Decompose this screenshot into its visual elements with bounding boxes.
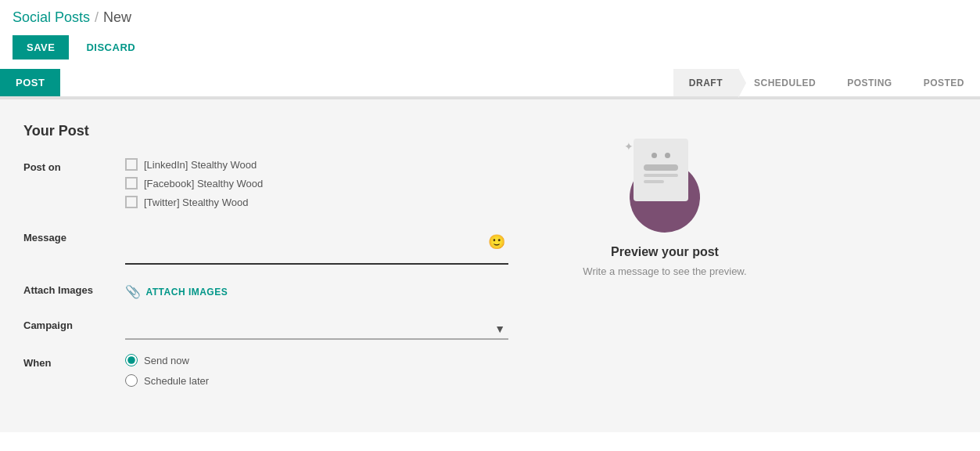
preview-subtitle: Write a message to see the preview.	[583, 265, 746, 277]
form-section: Your Post Post on [LinkedIn] Stealthy Wo…	[23, 123, 508, 409]
send-now-radio[interactable]	[125, 354, 138, 366]
breadcrumb-current: New	[103, 9, 131, 26]
attach-images-label: Attach Images	[23, 281, 125, 302]
content-wrapper: Your Post Post on [LinkedIn] Stealthy Wo…	[23, 123, 957, 409]
preview-icon-wrapper: ✦	[618, 139, 712, 233]
tab-draft[interactable]: DRAFT	[673, 69, 738, 96]
preview-doc-lines	[644, 174, 678, 183]
send-now-option[interactable]: Send now	[125, 354, 508, 366]
campaign-label: Campaign	[23, 316, 125, 340]
schedule-later-option[interactable]: Schedule later	[125, 374, 508, 387]
attach-images-fields: 📎 ATTACH IMAGES	[125, 281, 508, 302]
send-now-label: Send now	[144, 355, 189, 366]
message-input-wrapper: 🙂	[125, 229, 508, 267]
breadcrumb: Social Posts / New	[13, 9, 967, 26]
when-row: When Send now Schedule later	[23, 354, 508, 395]
tab-posting[interactable]: POSTING	[831, 69, 908, 96]
twitter-label: [Twitter] Stealthy Wood	[144, 197, 248, 208]
preview-title: Preview your post	[611, 245, 719, 259]
attach-btn-label: ATTACH IMAGES	[146, 287, 228, 298]
breadcrumb-separator: /	[95, 9, 99, 26]
preview-illustration: ✦	[618, 139, 712, 233]
platform-linkedin[interactable]: [LinkedIn] Stealthy Wood	[125, 158, 508, 171]
sparkle-icon: ✦	[624, 140, 634, 153]
main-content: Your Post Post on [LinkedIn] Stealthy Wo…	[0, 99, 980, 432]
discard-button[interactable]: DISCARD	[75, 35, 146, 60]
tab-posted[interactable]: POSTED	[908, 69, 980, 96]
preview-line-2	[644, 180, 664, 183]
schedule-later-radio[interactable]	[125, 374, 138, 387]
twitter-checkbox[interactable]	[125, 196, 138, 208]
section-title: Your Post	[23, 123, 508, 139]
preview-doc	[634, 139, 688, 201]
campaign-select-wrapper: ▼	[125, 316, 508, 340]
preview-eye-left	[652, 153, 657, 158]
post-on-fields: [LinkedIn] Stealthy Wood [Facebook] Stea…	[125, 158, 508, 215]
facebook-label: [Facebook] Stealthy Wood	[144, 178, 263, 189]
message-label: Message	[23, 229, 125, 267]
tab-bar: POST DRAFT SCHEDULED POSTING POSTED	[0, 69, 980, 98]
attach-images-button[interactable]: 📎 ATTACH IMAGES	[125, 281, 508, 302]
message-fields: 🙂	[125, 229, 508, 267]
preview-smile	[644, 164, 678, 171]
attach-images-row: Attach Images 📎 ATTACH IMAGES	[23, 281, 508, 302]
campaign-select[interactable]	[125, 316, 508, 340]
schedule-later-label: Schedule later	[144, 375, 209, 387]
emoji-icon[interactable]: 🙂	[488, 233, 505, 251]
attach-icon: 📎	[125, 284, 142, 299]
when-fields: Send now Schedule later	[125, 354, 508, 395]
message-input[interactable]	[125, 229, 508, 265]
tab-scheduled[interactable]: SCHEDULED	[738, 69, 831, 96]
campaign-fields: ▼	[125, 316, 508, 340]
campaign-row: Campaign ▼	[23, 316, 508, 340]
when-label: When	[23, 354, 125, 395]
tab-status-bar: DRAFT SCHEDULED POSTING POSTED	[673, 69, 980, 96]
linkedin-checkbox[interactable]	[125, 158, 138, 171]
facebook-checkbox[interactable]	[125, 177, 138, 189]
tab-post[interactable]: POST	[0, 69, 60, 96]
preview-section: ✦ Preview your post	[540, 123, 790, 409]
platform-twitter[interactable]: [Twitter] Stealthy Wood	[125, 196, 508, 208]
save-button[interactable]: SAVE	[13, 35, 69, 60]
linkedin-label: [LinkedIn] Stealthy Wood	[144, 159, 257, 171]
preview-doc-eyes	[652, 153, 670, 158]
action-bar: SAVE DISCARD	[13, 35, 967, 60]
post-on-label: Post on	[23, 158, 125, 215]
message-row: Message 🙂	[23, 229, 508, 267]
preview-eye-right	[665, 153, 670, 158]
breadcrumb-parent[interactable]: Social Posts	[13, 9, 90, 26]
platform-facebook[interactable]: [Facebook] Stealthy Wood	[125, 177, 508, 189]
post-on-row: Post on [LinkedIn] Stealthy Wood [Facebo…	[23, 158, 508, 215]
preview-line-1	[644, 174, 678, 177]
